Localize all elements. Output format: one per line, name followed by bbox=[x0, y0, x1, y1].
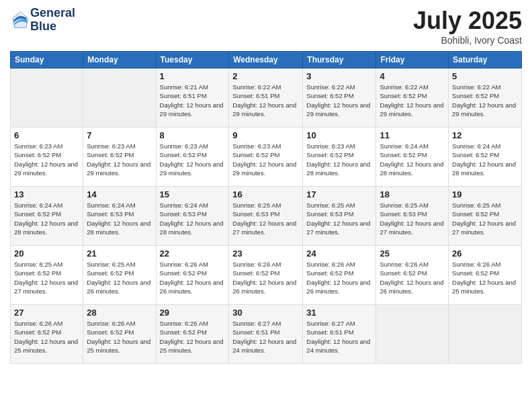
day-number: 12 bbox=[452, 130, 518, 140]
day-cell: 28Sunrise: 6:26 AM Sunset: 6:52 PM Dayli… bbox=[83, 305, 156, 364]
col-saturday: Saturday bbox=[449, 52, 522, 68]
day-cell: 12Sunrise: 6:24 AM Sunset: 6:52 PM Dayli… bbox=[449, 128, 522, 187]
day-number: 10 bbox=[306, 130, 372, 140]
day-number: 11 bbox=[380, 130, 445, 140]
day-cell bbox=[83, 68, 156, 128]
day-info: Sunrise: 6:24 AM Sunset: 6:53 PM Dayligh… bbox=[87, 201, 152, 236]
day-info: Sunrise: 6:25 AM Sunset: 6:52 PM Dayligh… bbox=[87, 260, 152, 295]
day-cell: 14Sunrise: 6:24 AM Sunset: 6:53 PM Dayli… bbox=[83, 187, 156, 246]
day-info: Sunrise: 6:24 AM Sunset: 6:53 PM Dayligh… bbox=[160, 201, 226, 236]
day-number: 13 bbox=[14, 189, 79, 199]
logo-text: General Blue bbox=[30, 7, 75, 34]
logo-icon bbox=[10, 11, 29, 30]
day-cell: 27Sunrise: 6:26 AM Sunset: 6:52 PM Dayli… bbox=[11, 305, 83, 364]
day-cell: 25Sunrise: 6:26 AM Sunset: 6:52 PM Dayli… bbox=[376, 246, 449, 305]
day-number: 28 bbox=[87, 308, 152, 318]
day-info: Sunrise: 6:27 AM Sunset: 6:51 PM Dayligh… bbox=[306, 319, 372, 355]
location: Bohibli, Ivory Coast bbox=[413, 35, 522, 46]
day-cell: 7Sunrise: 6:23 AM Sunset: 6:52 PM Daylig… bbox=[83, 128, 156, 187]
col-wednesday: Wednesday bbox=[229, 52, 303, 68]
day-info: Sunrise: 6:22 AM Sunset: 6:52 PM Dayligh… bbox=[380, 83, 445, 118]
day-cell: 15Sunrise: 6:24 AM Sunset: 6:53 PM Dayli… bbox=[156, 187, 229, 246]
day-cell: 19Sunrise: 6:25 AM Sunset: 6:52 PM Dayli… bbox=[449, 187, 522, 246]
day-info: Sunrise: 6:26 AM Sunset: 6:52 PM Dayligh… bbox=[160, 260, 226, 295]
day-cell: 22Sunrise: 6:26 AM Sunset: 6:52 PM Dayli… bbox=[156, 246, 229, 305]
col-sunday: Sunday bbox=[11, 52, 83, 68]
day-number: 30 bbox=[232, 308, 299, 318]
day-info: Sunrise: 6:25 AM Sunset: 6:53 PM Dayligh… bbox=[306, 201, 372, 236]
day-info: Sunrise: 6:23 AM Sunset: 6:52 PM Dayligh… bbox=[87, 142, 152, 177]
day-cell: 16Sunrise: 6:25 AM Sunset: 6:53 PM Dayli… bbox=[229, 187, 303, 246]
day-number: 21 bbox=[87, 248, 152, 259]
week-row-4: 20Sunrise: 6:25 AM Sunset: 6:52 PM Dayli… bbox=[11, 246, 522, 305]
day-number: 17 bbox=[306, 189, 372, 199]
day-cell: 21Sunrise: 6:25 AM Sunset: 6:52 PM Dayli… bbox=[83, 246, 156, 305]
header: General Blue July 2025 Bohibli, Ivory Co… bbox=[10, 7, 522, 46]
col-tuesday: Tuesday bbox=[156, 52, 229, 68]
logo-line1: General bbox=[30, 7, 75, 20]
day-number: 29 bbox=[160, 308, 226, 318]
day-number: 3 bbox=[306, 71, 372, 81]
week-row-2: 6Sunrise: 6:23 AM Sunset: 6:52 PM Daylig… bbox=[11, 128, 522, 187]
day-info: Sunrise: 6:23 AM Sunset: 6:52 PM Dayligh… bbox=[232, 142, 299, 177]
day-info: Sunrise: 6:25 AM Sunset: 6:53 PM Dayligh… bbox=[380, 201, 445, 236]
day-number: 25 bbox=[380, 248, 445, 259]
day-info: Sunrise: 6:21 AM Sunset: 6:51 PM Dayligh… bbox=[160, 83, 226, 118]
day-info: Sunrise: 6:23 AM Sunset: 6:52 PM Dayligh… bbox=[14, 142, 79, 177]
day-cell: 31Sunrise: 6:27 AM Sunset: 6:51 PM Dayli… bbox=[303, 305, 376, 364]
day-cell: 1Sunrise: 6:21 AM Sunset: 6:51 PM Daylig… bbox=[156, 68, 229, 128]
day-number: 24 bbox=[306, 248, 372, 259]
day-number: 16 bbox=[232, 189, 299, 199]
day-number: 5 bbox=[452, 71, 518, 81]
day-info: Sunrise: 6:22 AM Sunset: 6:51 PM Dayligh… bbox=[232, 83, 299, 118]
day-cell: 23Sunrise: 6:26 AM Sunset: 6:52 PM Dayli… bbox=[229, 246, 303, 305]
month-title: July 2025 bbox=[413, 7, 522, 35]
title-section: July 2025 Bohibli, Ivory Coast bbox=[413, 7, 522, 46]
day-number: 19 bbox=[452, 189, 518, 199]
day-cell: 26Sunrise: 6:26 AM Sunset: 6:52 PM Dayli… bbox=[449, 246, 522, 305]
day-info: Sunrise: 6:26 AM Sunset: 6:52 PM Dayligh… bbox=[306, 260, 372, 295]
day-cell: 29Sunrise: 6:26 AM Sunset: 6:52 PM Dayli… bbox=[156, 305, 229, 364]
day-cell: 5Sunrise: 6:22 AM Sunset: 6:52 PM Daylig… bbox=[449, 68, 522, 128]
day-number: 14 bbox=[87, 189, 152, 199]
day-info: Sunrise: 6:26 AM Sunset: 6:52 PM Dayligh… bbox=[232, 260, 299, 295]
day-number: 23 bbox=[232, 248, 299, 259]
day-cell: 18Sunrise: 6:25 AM Sunset: 6:53 PM Dayli… bbox=[376, 187, 449, 246]
col-friday: Friday bbox=[376, 52, 449, 68]
day-info: Sunrise: 6:25 AM Sunset: 6:52 PM Dayligh… bbox=[14, 260, 79, 295]
day-cell bbox=[449, 305, 522, 364]
day-cell: 24Sunrise: 6:26 AM Sunset: 6:52 PM Dayli… bbox=[303, 246, 376, 305]
day-info: Sunrise: 6:24 AM Sunset: 6:52 PM Dayligh… bbox=[14, 201, 79, 236]
day-number: 31 bbox=[306, 308, 372, 318]
day-info: Sunrise: 6:26 AM Sunset: 6:52 PM Dayligh… bbox=[452, 260, 518, 295]
day-info: Sunrise: 6:24 AM Sunset: 6:52 PM Dayligh… bbox=[452, 142, 518, 177]
day-info: Sunrise: 6:23 AM Sunset: 6:52 PM Dayligh… bbox=[306, 142, 372, 177]
col-monday: Monday bbox=[83, 52, 156, 68]
calendar-body: 1Sunrise: 6:21 AM Sunset: 6:51 PM Daylig… bbox=[11, 68, 522, 364]
week-row-5: 27Sunrise: 6:26 AM Sunset: 6:52 PM Dayli… bbox=[11, 305, 522, 364]
day-cell: 6Sunrise: 6:23 AM Sunset: 6:52 PM Daylig… bbox=[11, 128, 83, 187]
calendar-table: Sunday Monday Tuesday Wednesday Thursday… bbox=[10, 51, 522, 364]
day-cell: 30Sunrise: 6:27 AM Sunset: 6:51 PM Dayli… bbox=[229, 305, 303, 364]
day-info: Sunrise: 6:27 AM Sunset: 6:51 PM Dayligh… bbox=[232, 319, 299, 355]
col-thursday: Thursday bbox=[303, 52, 376, 68]
calendar-header: Sunday Monday Tuesday Wednesday Thursday… bbox=[11, 52, 522, 68]
day-number: 9 bbox=[232, 130, 299, 140]
day-cell: 4Sunrise: 6:22 AM Sunset: 6:52 PM Daylig… bbox=[376, 68, 449, 128]
day-cell bbox=[11, 68, 83, 128]
day-number: 7 bbox=[87, 130, 152, 140]
day-info: Sunrise: 6:23 AM Sunset: 6:52 PM Dayligh… bbox=[160, 142, 226, 177]
day-number: 6 bbox=[14, 130, 79, 140]
day-cell: 17Sunrise: 6:25 AM Sunset: 6:53 PM Dayli… bbox=[303, 187, 376, 246]
day-cell bbox=[376, 305, 449, 364]
day-cell: 2Sunrise: 6:22 AM Sunset: 6:51 PM Daylig… bbox=[229, 68, 303, 128]
day-cell: 10Sunrise: 6:23 AM Sunset: 6:52 PM Dayli… bbox=[303, 128, 376, 187]
day-cell: 11Sunrise: 6:24 AM Sunset: 6:52 PM Dayli… bbox=[376, 128, 449, 187]
day-info: Sunrise: 6:22 AM Sunset: 6:52 PM Dayligh… bbox=[306, 83, 372, 118]
day-cell: 20Sunrise: 6:25 AM Sunset: 6:52 PM Dayli… bbox=[11, 246, 83, 305]
day-number: 18 bbox=[380, 189, 445, 199]
day-info: Sunrise: 6:24 AM Sunset: 6:52 PM Dayligh… bbox=[380, 142, 445, 177]
day-info: Sunrise: 6:26 AM Sunset: 6:52 PM Dayligh… bbox=[14, 319, 79, 355]
day-cell: 8Sunrise: 6:23 AM Sunset: 6:52 PM Daylig… bbox=[156, 128, 229, 187]
day-number: 20 bbox=[14, 248, 79, 259]
